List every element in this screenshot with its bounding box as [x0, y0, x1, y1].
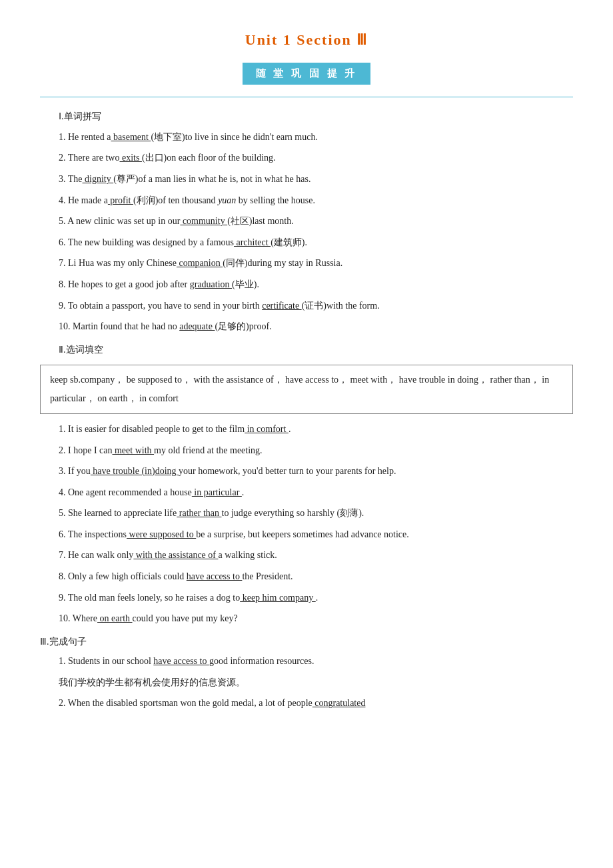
list-item: 2. I hope I can meet with my old friend …: [40, 442, 573, 460]
answer-6: architect: [234, 237, 271, 247]
divider: [40, 97, 573, 97]
list-item: 5. She learned to appreciate life rather…: [40, 505, 573, 523]
fill-answer-5: rather than: [177, 508, 221, 518]
fill-answer-6: were supposed to: [127, 529, 196, 539]
list-item: 1. Students in our school have access to…: [40, 653, 573, 671]
section2-label: Ⅱ.选词填空: [40, 341, 573, 358]
list-item: 8. He hopes to get a good job after grad…: [40, 276, 573, 294]
list-item: 10. Martin found that he had no adequate…: [40, 318, 573, 336]
fill-answer-2: meet with: [112, 445, 154, 455]
answer-5: community: [180, 216, 227, 226]
complete-chinese-1: 我们学校的学生都有机会使用好的信息资源。: [40, 674, 573, 692]
fill-answer-3: have trouble (in)doing: [91, 466, 179, 476]
phrase-box: keep sb.company， be supposed to， with th…: [40, 365, 573, 414]
answer-2: exits: [119, 153, 141, 163]
list-item: 1. It is easier for disabled people to g…: [40, 421, 573, 439]
fill-blank-list: 1. It is easier for disabled people to g…: [40, 421, 573, 628]
fill-answer-10: on earth: [97, 613, 132, 623]
list-item: 3. The dignity (尊严)of a man lies in what…: [40, 171, 573, 189]
list-item: 2. There are two exits (出口)on each floor…: [40, 149, 573, 167]
section3-label: Ⅲ.完成句子: [40, 633, 573, 650]
fill-answer-1: in comfort: [245, 424, 289, 434]
complete-answer-1: have access to: [153, 656, 209, 666]
fill-answer-8: have access to: [187, 571, 243, 581]
list-item: 5. A new clinic was set up in our commun…: [40, 213, 573, 231]
list-item: 7. Li Hua was my only Chinese companion …: [40, 255, 573, 273]
italic-yuan: yuan: [218, 195, 236, 205]
answer-9: certificate: [262, 301, 301, 311]
list-item: 3. If you have trouble (in)doing your ho…: [40, 463, 573, 481]
list-item: 8. Only a few high officials could have …: [40, 568, 573, 586]
answer-8: graduation: [190, 279, 232, 289]
fill-answer-4: in particular: [192, 487, 242, 497]
list-item: 6. The inspections were supposed to be a…: [40, 526, 573, 544]
answer-4: profit: [108, 195, 133, 205]
list-item: 9. To obtain a passport, you have to sen…: [40, 297, 573, 315]
answer-3: dignity: [83, 174, 114, 184]
page-title: Unit 1 Section Ⅲ: [40, 27, 573, 53]
fill-answer-9: keep him company: [240, 593, 316, 603]
fill-answer-7: with the assistance of: [133, 550, 218, 560]
list-item: 9. The old man feels lonely, so he raise…: [40, 589, 573, 607]
section1-label: Ⅰ.单词拼写: [40, 108, 573, 125]
list-item: 7. He can walk only with the assistance …: [40, 547, 573, 565]
list-item: 6. The new building was designed by a fa…: [40, 234, 573, 252]
complete-list: 1. Students in our school have access to…: [40, 653, 573, 713]
spelling-list: 1. He rented a basement (地下室)to live in …: [40, 129, 573, 336]
banner-text: 随 堂 巩 固 提 升: [243, 63, 371, 85]
answer-10: adequate: [179, 321, 215, 331]
answer-1: basement: [111, 132, 151, 142]
complete-answer-2: congratulated: [312, 698, 366, 708]
list-item: 4. He made a profit (利润)of ten thousand …: [40, 192, 573, 210]
section-banner: 随 堂 巩 固 提 升: [40, 63, 573, 85]
list-item: 2. When the disabled sportsman won the g…: [40, 695, 573, 713]
list-item: 10. Where on earth could you have put my…: [40, 610, 573, 628]
list-item: 4. One agent recommended a house in part…: [40, 484, 573, 502]
list-item: 1. He rented a basement (地下室)to live in …: [40, 129, 573, 147]
answer-7: companion: [177, 258, 223, 268]
